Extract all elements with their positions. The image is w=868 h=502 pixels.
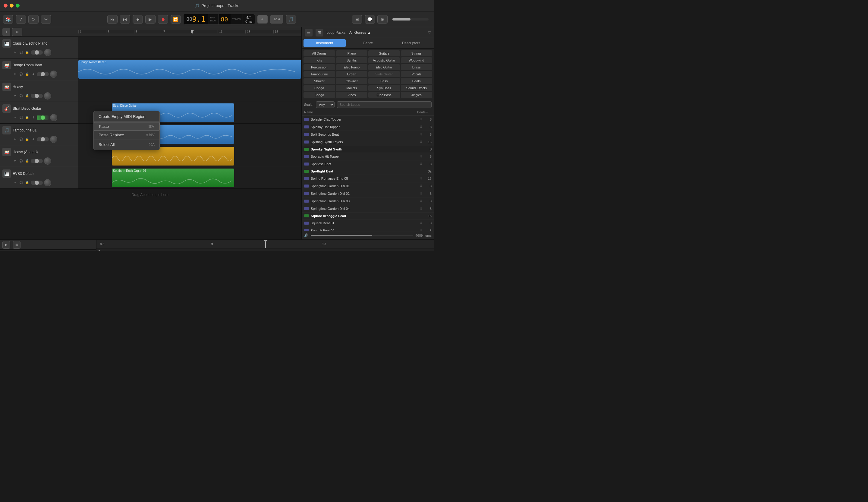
chat-button[interactable]: 💬 [365,15,375,23]
mute-button[interactable]: ✂ [13,115,18,120]
filter-beats[interactable]: Beats [401,78,433,84]
filter-woodwind[interactable]: Woodwind [401,57,433,63]
skip-back-button[interactable]: ⏮ [133,15,143,23]
lock-button[interactable]: 🔒 [25,137,30,142]
download-button[interactable]: ⬇ [31,115,35,120]
list-item[interactable]: Spotless Beat ⬇ 8 [302,161,434,168]
loop-button[interactable]: 🔁 [170,15,181,23]
pan-knob[interactable] [44,179,51,186]
heart-icon[interactable]: ♡ [428,30,431,34]
maximize-button[interactable] [16,4,20,8]
lock-button[interactable]: 🔒 [25,72,30,76]
pan-knob[interactable] [44,92,51,100]
lock-button[interactable]: 🔒 [25,158,30,163]
tab-genre[interactable]: Genre [347,39,389,47]
list-item[interactable]: Springtime Garden Dizi 01 ⬇ 8 [302,182,434,190]
pan-knob[interactable] [50,136,57,143]
filter-kits[interactable]: Kits [303,57,335,63]
filter-elec-guitar[interactable]: Elec Guitar [368,64,400,70]
headphone-button[interactable]: 🎧 [19,115,23,120]
library-button[interactable]: 📚 [3,15,13,23]
mute-button[interactable]: ✂ [13,50,18,55]
paste-item[interactable]: Paste ⌘V [94,122,159,131]
filter-mallets[interactable]: Mallets [336,85,368,91]
filter-syn-bass[interactable]: Syn Bass [368,85,400,91]
filter-elec-bass[interactable]: Elec Bass [368,92,400,98]
bottom-smart-controls[interactable]: ⊞ [13,241,21,249]
filter-brass[interactable]: Brass [401,64,433,70]
minimize-button[interactable] [10,4,13,8]
headphone-button[interactable]: 🎧 [19,93,23,98]
mute-button[interactable]: ✂ [13,180,18,185]
list-item[interactable]: Splashy Clap Topper ⬇ 8 [302,116,434,123]
download-button[interactable]: ⬇ [31,72,35,76]
headphone-button[interactable]: 🎧 [19,180,23,185]
num-display[interactable]: 1234 [270,15,283,23]
download-button[interactable]: ⬇ [31,137,35,142]
lock-button[interactable]: 🔒 [25,50,30,55]
tab-instrument[interactable]: Instrument [303,39,346,47]
filter-bongo[interactable]: Bongo [303,92,335,98]
cpu-button[interactable]: ⟳ [28,15,39,23]
list-item[interactable]: Springtime Garden Dizi 04 ⬇ 8 [302,205,434,213]
track-content-classic-piano[interactable] [79,37,301,58]
headphone-button[interactable]: 🎧 [19,50,23,55]
select-all-item[interactable]: Select All ⌘A [94,141,159,148]
bottom-play-button[interactable]: ▶ [2,241,10,249]
filter-clavinet[interactable]: Clavinet [336,78,368,84]
grid-view-button[interactable]: ⊞ [316,29,323,37]
filter-acoustic-guitar[interactable]: Acoustic Guitar [368,57,400,63]
headphone-button[interactable]: 🎧 [19,137,23,142]
fast-forward-button[interactable]: ⏭ [120,15,130,23]
list-item[interactable]: Squeak Beat 02 ⬇ 8 [302,227,434,231]
scale-select[interactable]: Any Major Minor [316,101,334,108]
record-button[interactable]: ⏺ [158,15,168,23]
filter-vocals[interactable]: Vocals [401,71,433,77]
mute-button[interactable]: ✂ [13,158,18,163]
all-genres-selector[interactable]: All Genres ▲ [349,30,371,35]
master-volume[interactable] [392,18,428,21]
volume-bar[interactable] [311,235,413,236]
bongo-region[interactable]: Bongo Room Beat.1 [79,60,301,79]
headphone-button[interactable]: 🎧 [19,158,23,163]
filter-vibes[interactable]: Vibes [336,92,368,98]
volume-fader[interactable] [37,115,49,120]
filter-slide-guitar[interactable]: Slide Guitar [368,71,400,77]
lock-button[interactable]: 🔒 [25,180,30,185]
list-item[interactable]: Spotlight Beat 32 [302,168,434,175]
filter-conga[interactable]: Conga [303,85,335,91]
pencil-button[interactable]: ✏ [257,15,268,23]
list-item[interactable]: Springtime Garden Dizi 03 ⬇ 8 [302,197,434,205]
tab-descriptors[interactable]: Descriptors [390,39,432,47]
pan-knob[interactable] [44,157,51,165]
list-item[interactable]: Squeak Beat 01 ⬇ 8 [302,219,434,227]
track-content-bongo[interactable]: Bongo Room Beat.1 [79,59,301,80]
settings-button[interactable]: ⊞ [352,15,362,23]
play-button[interactable]: ▶ [145,15,156,23]
volume-fader[interactable] [31,94,43,98]
close-button[interactable] [3,4,8,8]
create-empty-midi-item[interactable]: Create Empty MIDI Region [94,112,159,121]
volume-fader[interactable] [37,72,49,76]
filter-sound-effects[interactable]: Sound Effects [401,85,433,91]
mute-button[interactable]: ✂ [13,137,18,142]
list-item[interactable]: Splitting Synth Layers ⬇ 16 [302,139,434,146]
list-item[interactable]: Spring Romance Erhu 05 ⬇ 16 [302,175,434,182]
list-item[interactable]: Square Arpeggio Lead 16 [302,213,434,219]
paste-replace-item[interactable]: Paste Replace ⇧⌘V [94,131,159,139]
evb3-region[interactable]: Southern Rock Organ 01 [112,168,234,187]
lock-button[interactable]: 🔒 [25,93,30,98]
pan-knob[interactable] [44,49,51,56]
filter-strings[interactable]: Strings [401,50,433,57]
search-loops-input[interactable] [337,101,432,108]
list-item[interactable]: Split Seconds Beat ⬇ 8 [302,131,434,139]
pan-knob[interactable] [50,114,57,121]
list-item[interactable]: Splashy Hat Topper ⬇ 8 [302,123,434,131]
filter-piano[interactable]: Piano [336,50,368,57]
filter-elec-piano[interactable]: Elec Piano [336,64,368,70]
filter-percussion[interactable]: Percussion [303,64,335,70]
smart-controls-button[interactable]: ⊞ [12,28,22,36]
volume-fader[interactable] [31,50,43,54]
volume-fader[interactable] [31,159,43,163]
filter-guitars[interactable]: Guitars [368,50,400,57]
